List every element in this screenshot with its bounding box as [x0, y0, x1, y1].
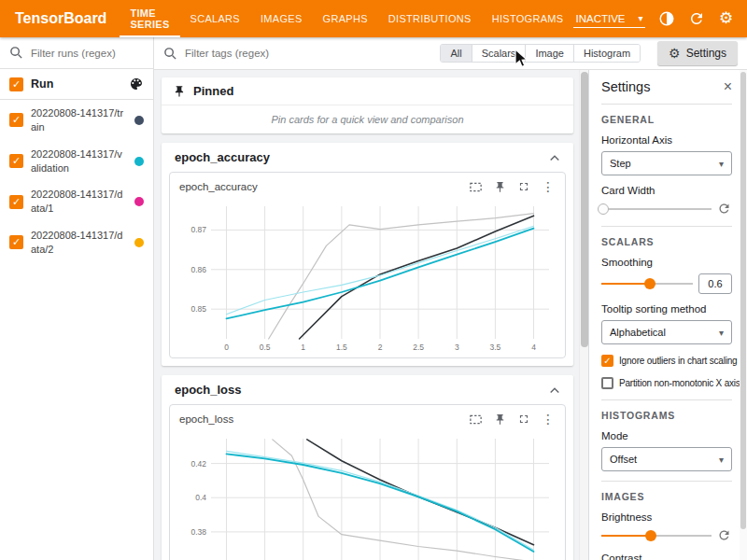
contrast-label: Contrast [601, 553, 732, 560]
gear-icon: ⚙ [669, 45, 681, 62]
settings-button-label: Settings [686, 47, 726, 60]
pinned-title: Pinned [193, 84, 233, 98]
svg-text:3: 3 [454, 343, 458, 352]
histograms-heading: HISTOGRAMS [601, 410, 732, 421]
chip-scalars[interactable]: Scalars [472, 45, 526, 62]
more-options-icon[interactable]: ⋮ [539, 411, 557, 427]
scalar-chart-card: epoch_accuracy ⋮ 00.511.522.533.540.850.… [169, 172, 566, 358]
pin-icon[interactable] [490, 178, 509, 195]
panel-scrollbar[interactable] [740, 70, 747, 560]
card-width-slider[interactable] [601, 203, 712, 216]
run-checkbox[interactable]: ✓ [9, 195, 23, 209]
partition-x-checkbox[interactable] [601, 377, 613, 389]
pin-icon [173, 85, 186, 98]
slider-thumb[interactable] [645, 530, 656, 541]
run-row[interactable]: ✓20220808-141317/data/1 [0, 181, 153, 222]
search-icon [163, 47, 177, 61]
svg-text:3.5: 3.5 [489, 343, 500, 352]
epoch-loss-chart[interactable]: 00.511.522.533.540.360.380.40.42 [177, 431, 558, 560]
settings-button[interactable]: ⚙ Settings [657, 41, 738, 65]
refresh-icon[interactable] [688, 10, 705, 27]
reset-card-width-icon[interactable] [717, 202, 732, 217]
histogram-mode-label: Mode [601, 430, 732, 441]
runs-list: ✓20220808-141317/train✓20220808-141317/v… [0, 100, 153, 263]
run-filter-bar [0, 37, 153, 69]
run-checkbox[interactable]: ✓ [9, 113, 23, 127]
svg-text:0: 0 [224, 343, 229, 352]
epoch-accuracy-chart[interactable]: 00.511.522.533.540.850.860.87 [177, 199, 558, 354]
chevron-down-icon: ▾ [719, 455, 724, 465]
run-label: 20220808-141317/data/1 [31, 188, 127, 216]
horizontal-axis-select[interactable]: Step ▾ [601, 151, 732, 175]
svg-text:0.5: 0.5 [259, 343, 270, 352]
select-all-runs-checkbox[interactable]: ✓ [9, 77, 23, 91]
horizontal-axis-label: Horizontal Axis [601, 134, 732, 146]
filter-runs-input[interactable] [29, 47, 144, 60]
tab-graphs[interactable]: GRAPHS [313, 0, 378, 37]
chevron-up-icon[interactable] [549, 154, 560, 161]
ignore-outliers-checkbox[interactable]: ✓ [601, 355, 613, 367]
scrollbar-thumb[interactable] [581, 72, 588, 347]
fullscreen-icon[interactable] [514, 411, 533, 427]
smoothing-input[interactable] [698, 273, 732, 294]
partition-x-label: Partition non-monotonic X axis [619, 378, 740, 388]
run-checkbox[interactable]: ✓ [9, 235, 23, 249]
close-icon[interactable]: × [724, 80, 732, 93]
main-scrollbar[interactable] [579, 70, 588, 560]
run-color-dot [134, 238, 144, 247]
section-epoch-accuracy: epoch_accuracy epoch_accuracy ⋮ 00.511.5… [162, 143, 573, 366]
slider-thumb[interactable] [644, 278, 655, 289]
chip-histogram[interactable]: Histogram [573, 45, 640, 62]
filter-tags-input[interactable] [183, 47, 432, 60]
search-icon [9, 46, 23, 60]
smoothing-slider[interactable] [601, 277, 693, 290]
scalar-chart-card: epoch_loss ⋮ 00.511.522.533.540.360.380.… [169, 404, 566, 560]
color-palette-icon [129, 77, 144, 91]
scrollbar-thumb[interactable] [740, 72, 746, 529]
contrast-toggle-icon[interactable] [658, 10, 675, 27]
settings-gear-icon[interactable]: ⚙ [718, 10, 735, 27]
chip-image[interactable]: Image [525, 45, 573, 62]
tab-histograms[interactable]: HISTOGRAMS [482, 0, 574, 37]
histogram-mode-select[interactable]: Offset ▾ [601, 447, 732, 471]
partition-x-row[interactable]: Partition non-monotonic X axis i [601, 377, 732, 389]
tab-images[interactable]: IMAGES [250, 0, 313, 37]
tab-time-series[interactable]: TIME SERIES [120, 0, 179, 37]
run-checkbox[interactable]: ✓ [9, 154, 23, 168]
brightness-slider[interactable] [601, 529, 712, 542]
chip-all[interactable]: All [441, 45, 471, 62]
fullscreen-icon[interactable] [514, 178, 533, 195]
fit-domain-icon[interactable] [466, 411, 485, 427]
active-dashboards-dropdown[interactable]: INACTIVE ▾ [573, 10, 644, 28]
tooltip-sort-select[interactable]: Alphabetical ▾ [601, 320, 732, 344]
chevron-down-icon: ▾ [639, 13, 643, 23]
pin-icon[interactable] [490, 411, 509, 427]
svg-text:0.42: 0.42 [190, 459, 206, 469]
run-row[interactable]: ✓20220808-141317/validation [0, 141, 153, 182]
run-label: 20220808-141317/validation [31, 147, 127, 175]
histogram-mode-value: Offset [610, 454, 637, 465]
brightness-label: Brightness [601, 511, 732, 523]
reset-brightness-icon[interactable] [717, 528, 732, 543]
nav-tabs: TIME SERIESSCALARSIMAGESGRAPHSDISTRIBUTI… [120, 0, 573, 37]
svg-text:0.85: 0.85 [190, 304, 206, 314]
run-color-dot [134, 157, 144, 166]
svg-text:2: 2 [377, 343, 382, 352]
scalars-heading: SCALARS [601, 236, 732, 247]
tab-distributions[interactable]: DISTRIBUTIONS [378, 0, 482, 37]
tab-scalars[interactable]: SCALARS [180, 0, 250, 37]
active-dashboards-value: INACTIVE [575, 13, 625, 24]
run-color-dot [134, 197, 144, 206]
more-options-icon[interactable]: ⋮ [539, 178, 557, 195]
run-row[interactable]: ✓20220808-141317/data/2 [0, 222, 153, 263]
svg-text:4: 4 [531, 343, 536, 352]
ignore-outliers-row[interactable]: ✓ Ignore outliers in chart scaling [601, 355, 732, 367]
chevron-up-icon[interactable] [549, 386, 560, 394]
fit-domain-icon[interactable] [466, 178, 485, 195]
slider-thumb[interactable] [598, 203, 609, 215]
run-row[interactable]: ✓20220808-141317/train [0, 100, 153, 141]
tag-toolbar: AllScalarsImageHistogram ⚙ Settings [154, 37, 747, 70]
runs-header-row: ✓ Run [0, 69, 153, 100]
chart-title: epoch_loss [179, 413, 460, 425]
svg-text:1: 1 [301, 343, 305, 352]
